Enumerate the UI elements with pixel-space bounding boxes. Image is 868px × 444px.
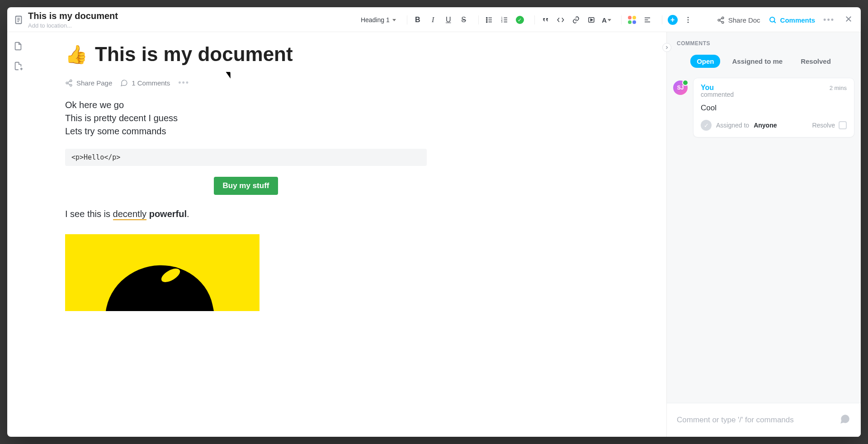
svg-point-4 [486,17,487,18]
comments-count-label: 1 Comments [132,79,170,87]
svg-point-29 [770,17,775,22]
align-button[interactable] [641,14,654,26]
body: 👍 This is my document Share Page 1 Comme… [7,32,861,437]
editor-area[interactable]: 👍 This is my document Share Page 1 Comme… [29,32,666,437]
doc-title[interactable]: This is my document [28,11,118,21]
more-options-button[interactable]: ••• [823,15,835,25]
share-doc-button[interactable]: Share Doc [717,16,760,24]
bold-word: powerful [149,209,187,219]
document-modal: This is my document Add to location... H… [7,7,861,437]
underline-button[interactable]: U [442,14,455,26]
tab-assigned-to-me[interactable]: Assigned to me [726,55,789,68]
comment-icon [769,16,777,24]
page-emoji[interactable]: 👍 [65,44,88,65]
sentence-prefix: I see this is [65,209,113,219]
bullet-list-button[interactable] [483,14,495,26]
resolve-button[interactable]: Resolve [812,121,847,129]
comment-subline: commented [701,91,847,98]
share-icon [65,79,73,87]
comments-toggle-label: Comments [780,16,816,24]
svg-point-21 [687,17,689,18]
left-rail [7,32,29,437]
document-icon [14,15,24,25]
comments-panel: COMMENTS Open Assigned to me Resolved SJ… [666,32,861,437]
close-icon [844,15,853,23]
font-button[interactable]: A [600,14,613,26]
resolve-checkbox[interactable] [839,121,847,129]
svg-text:3: 3 [501,20,502,23]
avatar: SJ [673,80,688,95]
quote-button[interactable] [539,14,552,26]
comments-toggle-button[interactable]: Comments [769,16,816,24]
comment-card[interactable]: SJ You 2 mins commented Cool ✓ Assigned … [673,78,854,137]
color-dots-icon [628,16,636,24]
tab-resolved[interactable]: Resolved [794,55,837,68]
embedded-image[interactable] [65,234,259,311]
content-line[interactable]: Ok here we go [65,99,427,112]
caret-down-icon [392,19,396,21]
cta-button[interactable]: Buy my stuff [214,177,278,195]
content-line[interactable]: Lets try some commands [65,125,427,138]
caret-down-icon [608,19,611,21]
send-comment-button[interactable] [839,413,851,427]
add-block-button[interactable]: + [666,14,679,26]
doc-content[interactable]: Ok here we go This is pretty decent I gu… [65,99,427,311]
add-to-location[interactable]: Add to location... [28,22,118,29]
more-toolbar-button[interactable] [682,14,694,26]
svg-line-27 [720,18,722,19]
page-more-button[interactable]: ••• [178,78,189,88]
sentence-suffix: . [187,209,189,219]
share-doc-label: Share Doc [728,16,760,24]
code-block[interactable]: <p>Hello</p> [65,149,427,166]
comment-text: Cool [701,104,847,113]
underlined-word: decently [113,209,147,220]
embed-button[interactable] [585,14,598,26]
page-nav-icon[interactable] [13,41,23,53]
comment-footer: ✓ Assigned to Anyone Resolve [701,120,847,131]
resolve-label: Resolve [812,122,835,129]
page-title[interactable]: This is my document [95,43,293,66]
bold-button[interactable]: B [411,14,424,26]
svg-point-23 [687,22,689,23]
assignee-name[interactable]: Anyone [754,122,777,129]
strikethrough-button[interactable]: S [458,14,470,26]
close-button[interactable] [843,13,854,27]
share-icon [717,16,725,24]
comment-body: You 2 mins commented Cool ✓ Assigned to … [693,78,854,137]
svg-line-28 [720,20,722,22]
content-line[interactable]: This is pretty decent I guess [65,112,427,125]
svg-point-35 [70,80,72,81]
page-add-icon[interactable] [13,61,23,73]
svg-point-37 [70,84,72,86]
svg-point-5 [486,19,487,20]
comment-input-row [667,403,861,437]
tab-open[interactable]: Open [690,55,720,68]
comment-input[interactable] [677,416,833,425]
svg-point-25 [718,19,720,21]
link-button[interactable] [570,14,582,26]
svg-point-22 [687,19,689,21]
italic-button[interactable]: I [427,14,439,26]
svg-line-30 [774,21,776,23]
plus-circle-icon: + [668,15,678,25]
numbered-list-button[interactable]: 123 [498,14,511,26]
send-icon [839,413,851,425]
chevron-right-icon [664,45,670,50]
heading-selector[interactable]: Heading 1 [358,14,399,25]
page-title-row: 👍 This is my document [65,43,639,66]
svg-point-6 [486,21,487,22]
code-block-button[interactable] [554,14,567,26]
assigned-to-label: Assigned to [716,122,749,129]
mouse-cursor-icon [226,70,234,78]
checklist-button[interactable]: ✓ [514,14,526,26]
share-page-label: Share Page [76,79,112,87]
color-picker-button[interactable] [626,14,638,26]
comments-count-button[interactable]: 1 Comments [120,79,170,87]
content-line[interactable]: I see this is decently powerful. [65,208,427,221]
comments-list: SJ You 2 mins commented Cool ✓ Assigned … [667,75,861,403]
comments-panel-header: COMMENTS [667,32,861,50]
collapse-panel-button[interactable] [662,43,671,52]
comments-panel-title: COMMENTS [677,40,851,47]
comments-tabs: Open Assigned to me Resolved [667,50,861,75]
share-page-button[interactable]: Share Page [65,79,112,87]
